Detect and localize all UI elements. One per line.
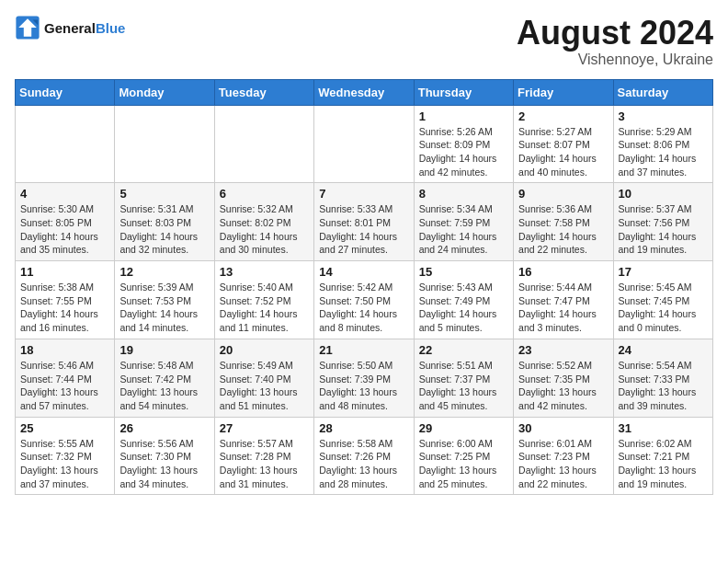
day-number: 27: [220, 421, 309, 435]
day-cell: 29Sunrise: 6:00 AM Sunset: 7:25 PM Dayli…: [414, 417, 513, 495]
day-info: Sunrise: 5:38 AM Sunset: 7:55 PM Dayligh…: [20, 281, 109, 335]
header-cell-friday: Friday: [514, 79, 613, 105]
day-info: Sunrise: 5:46 AM Sunset: 7:44 PM Dayligh…: [20, 359, 109, 413]
day-info: Sunrise: 5:31 AM Sunset: 8:03 PM Dayligh…: [119, 202, 209, 257]
day-number: 11: [20, 265, 109, 279]
day-info: Sunrise: 5:58 AM Sunset: 7:26 PM Dayligh…: [319, 437, 408, 491]
day-cell: 30Sunrise: 6:01 AM Sunset: 7:23 PM Dayli…: [514, 417, 613, 495]
calendar-header: SundayMondayTuesdayWednesdayThursdayFrid…: [16, 79, 713, 105]
day-cell: 28Sunrise: 5:58 AM Sunset: 7:26 PM Dayli…: [314, 417, 414, 495]
day-cell: [314, 105, 414, 183]
day-info: Sunrise: 5:39 AM Sunset: 7:53 PM Dayligh…: [119, 281, 209, 335]
day-number: 10: [619, 187, 708, 201]
day-cell: 26Sunrise: 5:56 AM Sunset: 7:30 PM Dayli…: [115, 417, 214, 495]
day-cell: [16, 105, 115, 183]
day-cell: 19Sunrise: 5:48 AM Sunset: 7:42 PM Dayli…: [115, 339, 214, 417]
day-number: 19: [119, 343, 209, 357]
location-title: Vishennoye, Ukraine: [517, 52, 713, 68]
day-info: Sunrise: 5:32 AM Sunset: 8:02 PM Dayligh…: [220, 202, 309, 257]
day-cell: 23Sunrise: 5:52 AM Sunset: 7:35 PM Dayli…: [514, 339, 613, 417]
day-number: 21: [319, 343, 408, 357]
day-cell: 10Sunrise: 5:37 AM Sunset: 7:56 PM Dayli…: [613, 183, 712, 261]
day-info: Sunrise: 6:00 AM Sunset: 7:25 PM Dayligh…: [419, 437, 508, 491]
day-info: Sunrise: 5:43 AM Sunset: 7:49 PM Dayligh…: [419, 281, 508, 335]
calendar-body: 1Sunrise: 5:26 AM Sunset: 8:09 PM Daylig…: [16, 105, 713, 495]
day-number: 16: [518, 265, 608, 279]
day-cell: 15Sunrise: 5:43 AM Sunset: 7:49 PM Dayli…: [414, 261, 513, 339]
day-cell: 2Sunrise: 5:27 AM Sunset: 8:07 PM Daylig…: [514, 105, 613, 183]
day-number: 3: [619, 109, 708, 123]
header-cell-saturday: Saturday: [613, 79, 712, 105]
day-info: Sunrise: 5:44 AM Sunset: 7:47 PM Dayligh…: [518, 281, 608, 335]
day-cell: 21Sunrise: 5:50 AM Sunset: 7:39 PM Dayli…: [314, 339, 414, 417]
day-info: Sunrise: 5:54 AM Sunset: 7:33 PM Dayligh…: [619, 359, 708, 413]
day-info: Sunrise: 5:57 AM Sunset: 7:28 PM Dayligh…: [220, 437, 309, 491]
day-cell: 8Sunrise: 5:34 AM Sunset: 7:59 PM Daylig…: [414, 183, 513, 261]
day-info: Sunrise: 5:29 AM Sunset: 8:06 PM Dayligh…: [619, 125, 708, 179]
day-cell: 12Sunrise: 5:39 AM Sunset: 7:53 PM Dayli…: [115, 261, 214, 339]
day-info: Sunrise: 5:45 AM Sunset: 7:45 PM Dayligh…: [619, 281, 708, 335]
day-info: Sunrise: 6:01 AM Sunset: 7:23 PM Dayligh…: [518, 437, 608, 491]
day-info: Sunrise: 5:55 AM Sunset: 7:32 PM Dayligh…: [20, 437, 109, 491]
day-cell: 14Sunrise: 5:42 AM Sunset: 7:50 PM Dayli…: [314, 261, 414, 339]
day-info: Sunrise: 5:50 AM Sunset: 7:39 PM Dayligh…: [319, 359, 408, 413]
day-info: Sunrise: 5:27 AM Sunset: 8:07 PM Dayligh…: [518, 125, 608, 179]
title-block: August 2024 Vishennoye, Ukraine: [517, 15, 713, 68]
day-cell: 17Sunrise: 5:45 AM Sunset: 7:45 PM Dayli…: [613, 261, 712, 339]
day-number: 28: [319, 421, 408, 435]
day-number: 25: [20, 421, 109, 435]
day-number: 13: [220, 265, 309, 279]
logo-text: GeneralBlue: [44, 20, 125, 36]
page-header: GeneralBlue August 2024 Vishennoye, Ukra…: [15, 15, 713, 68]
day-cell: 27Sunrise: 5:57 AM Sunset: 7:28 PM Dayli…: [214, 417, 313, 495]
day-info: Sunrise: 5:26 AM Sunset: 8:09 PM Dayligh…: [419, 125, 508, 179]
header-cell-sunday: Sunday: [16, 79, 115, 105]
day-info: Sunrise: 5:52 AM Sunset: 7:35 PM Dayligh…: [518, 359, 608, 413]
day-cell: 16Sunrise: 5:44 AM Sunset: 7:47 PM Dayli…: [514, 261, 613, 339]
day-cell: 11Sunrise: 5:38 AM Sunset: 7:55 PM Dayli…: [16, 261, 115, 339]
day-cell: [214, 105, 313, 183]
day-number: 18: [20, 343, 109, 357]
day-number: 7: [319, 187, 408, 201]
week-row-3: 11Sunrise: 5:38 AM Sunset: 7:55 PM Dayli…: [16, 261, 713, 339]
day-cell: 20Sunrise: 5:49 AM Sunset: 7:40 PM Dayli…: [214, 339, 313, 417]
header-cell-thursday: Thursday: [414, 79, 513, 105]
day-number: 23: [518, 343, 608, 357]
day-number: 6: [220, 187, 309, 201]
logo-icon: [15, 15, 40, 40]
day-number: 31: [619, 421, 708, 435]
day-info: Sunrise: 5:33 AM Sunset: 8:01 PM Dayligh…: [319, 202, 408, 257]
day-info: Sunrise: 5:30 AM Sunset: 8:05 PM Dayligh…: [20, 202, 109, 257]
day-number: 26: [119, 421, 209, 435]
day-number: 29: [419, 421, 508, 435]
day-number: 24: [619, 343, 708, 357]
week-row-2: 4Sunrise: 5:30 AM Sunset: 8:05 PM Daylig…: [16, 183, 713, 261]
day-info: Sunrise: 5:48 AM Sunset: 7:42 PM Dayligh…: [119, 359, 209, 413]
day-cell: 4Sunrise: 5:30 AM Sunset: 8:05 PM Daylig…: [16, 183, 115, 261]
day-cell: 31Sunrise: 6:02 AM Sunset: 7:21 PM Dayli…: [613, 417, 712, 495]
day-cell: [115, 105, 214, 183]
calendar: SundayMondayTuesdayWednesdayThursdayFrid…: [15, 79, 713, 496]
week-row-5: 25Sunrise: 5:55 AM Sunset: 7:32 PM Dayli…: [16, 417, 713, 495]
header-cell-tuesday: Tuesday: [214, 79, 313, 105]
day-number: 4: [20, 187, 109, 201]
day-number: 5: [119, 187, 209, 201]
day-number: 14: [319, 265, 408, 279]
day-cell: 9Sunrise: 5:36 AM Sunset: 7:58 PM Daylig…: [514, 183, 613, 261]
day-info: Sunrise: 5:49 AM Sunset: 7:40 PM Dayligh…: [220, 359, 309, 413]
day-number: 2: [518, 109, 608, 123]
day-cell: 22Sunrise: 5:51 AM Sunset: 7:37 PM Dayli…: [414, 339, 513, 417]
day-number: 22: [419, 343, 508, 357]
header-row: SundayMondayTuesdayWednesdayThursdayFrid…: [16, 79, 713, 105]
day-info: Sunrise: 5:56 AM Sunset: 7:30 PM Dayligh…: [119, 437, 209, 491]
day-info: Sunrise: 5:40 AM Sunset: 7:52 PM Dayligh…: [220, 281, 309, 335]
day-cell: 3Sunrise: 5:29 AM Sunset: 8:06 PM Daylig…: [613, 105, 712, 183]
month-title: August 2024: [517, 15, 713, 52]
day-info: Sunrise: 5:51 AM Sunset: 7:37 PM Dayligh…: [419, 359, 508, 413]
day-cell: 18Sunrise: 5:46 AM Sunset: 7:44 PM Dayli…: [16, 339, 115, 417]
day-number: 30: [518, 421, 608, 435]
day-number: 20: [220, 343, 309, 357]
day-number: 15: [419, 265, 508, 279]
day-info: Sunrise: 5:34 AM Sunset: 7:59 PM Dayligh…: [419, 202, 508, 257]
day-number: 12: [119, 265, 209, 279]
